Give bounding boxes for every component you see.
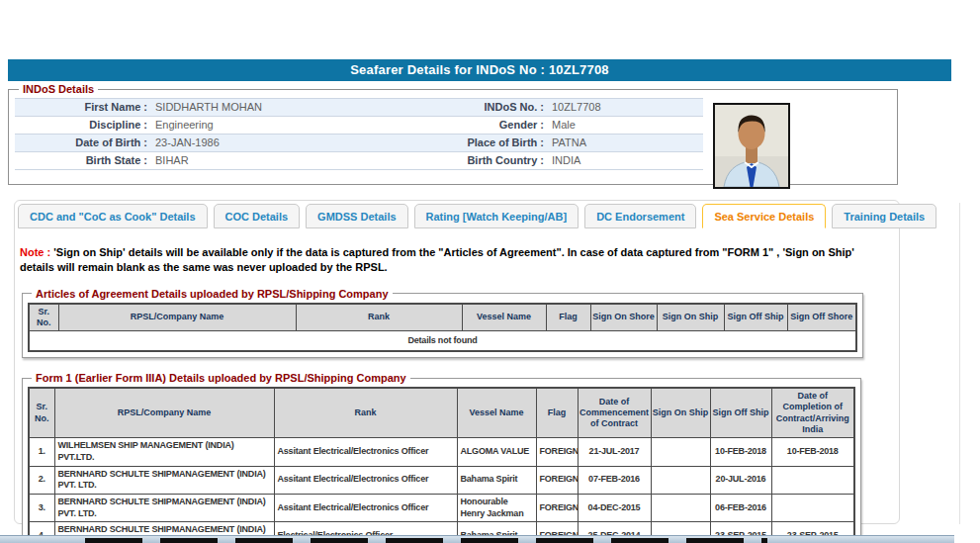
column-header: Flag <box>536 388 578 438</box>
note-prefix: Note : <box>20 246 50 258</box>
column-header: Sr. No. <box>29 304 58 331</box>
note-text: 'Sign on Ship' details will be available… <box>20 246 854 273</box>
sign-on-ship-note: Note : 'Sign on Ship' details will be av… <box>20 245 888 275</box>
dob-label: Date of Birth : <box>15 135 152 151</box>
column-header: Vessel Name <box>457 388 536 438</box>
table-cell: FOREIGN <box>536 466 578 494</box>
column-header: Vessel Name <box>462 304 546 331</box>
photo-placeholder-graphic <box>715 105 788 187</box>
table-cell <box>651 494 710 521</box>
place-of-birth-value: PATNA <box>549 135 703 151</box>
tab-sea-service-details[interactable]: Sea Service Details <box>702 204 826 228</box>
column-header: Flag <box>546 304 590 331</box>
birth-country-value: INDIA <box>549 152 703 169</box>
table-cell: 06-FEB-2016 <box>710 494 771 521</box>
indos-details-fieldset: INDoS Details First Name : SIDDHARTH MOH… <box>8 83 898 185</box>
articles-of-agreement-legend: Articles of Agreement Details uploaded b… <box>32 288 393 300</box>
table-cell: 1. <box>29 438 54 466</box>
table-cell <box>651 466 710 494</box>
page-boundary-line <box>959 203 960 524</box>
info-row-birth: Date of Birth : 23-JAN-1986 Place of Bir… <box>15 135 703 152</box>
table-cell: ALGOMA VALUE <box>457 438 536 466</box>
table-row: Details not found <box>29 331 856 352</box>
birth-state-value: BIHAR <box>152 152 430 169</box>
table-cell: 04-DEC-2015 <box>578 494 651 521</box>
form1-details-fieldset: Form 1 (Earlier Form IIIA) Details uploa… <box>22 372 861 543</box>
tab-training-details[interactable]: Training Details <box>832 204 936 228</box>
column-header: Sign Off Ship <box>710 388 771 438</box>
table-cell: 10-FEB-2018 <box>771 438 854 466</box>
first-name-value: SIDDHARTH MOHAN <box>152 99 430 116</box>
column-header: Sign Off Shore <box>787 304 856 331</box>
table-header-row: Sr. No.RPSL/Company NameRankVessel NameF… <box>29 304 856 331</box>
tab-gmdss-details[interactable]: GMDSS Details <box>306 204 407 228</box>
tab-list: CDC and "CoC as Cook" Details COC Detail… <box>15 201 899 228</box>
table-cell: Assitant Electrical/Electronics Officer <box>274 466 457 494</box>
discipline-value: Engineering <box>152 117 430 134</box>
form1-details-legend: Form 1 (Earlier Form IIIA) Details uploa… <box>32 372 410 384</box>
info-row-name: First Name : SIDDHARTH MOHAN INDoS No. :… <box>15 98 703 117</box>
birth-country-label: Birth Country : <box>430 152 549 169</box>
table-cell: 10-FEB-2018 <box>710 438 771 466</box>
articles-of-agreement-fieldset: Articles of Agreement Details uploaded b… <box>22 288 863 359</box>
place-of-birth-label: Place of Birth : <box>430 135 549 151</box>
table-row: 3.BERNHARD SCHULTE SHIPMANAGEMENT (INDIA… <box>29 494 854 521</box>
table-cell: WILHELMSEN SHIP MANAGEMENT (INDIA) PVT.L… <box>54 438 274 466</box>
tab-cdc-coc-as-cook-details[interactable]: CDC and "CoC as Cook" Details <box>18 204 208 228</box>
column-header: Sr. No. <box>29 388 54 438</box>
table-cell: BERNHARD SCHULTE SHIPMANAGEMENT (INDIA) … <box>54 466 274 494</box>
articles-of-agreement-table: Sr. No.RPSL/Company NameRankVessel NameF… <box>28 303 857 353</box>
column-header: RPSL/Company Name <box>58 304 296 331</box>
column-header: Sign Off Ship <box>724 304 787 331</box>
table-cell: 20-JUL-2016 <box>710 466 771 494</box>
table-cell: Assitant Electrical/Electronics Officer <box>274 438 457 466</box>
column-header: Rank <box>274 388 457 438</box>
table-header-row: Sr. No.RPSL/Company NameRankVessel NameF… <box>29 388 854 438</box>
table-cell: BERNHARD SCHULTE SHIPMANAGEMENT (INDIA) … <box>54 494 274 521</box>
table-cell: 07-FEB-2016 <box>578 466 651 494</box>
table-cell: Honourable Henry Jackman <box>457 494 536 521</box>
table-row: 2.BERNHARD SCHULTE SHIPMANAGEMENT (INDIA… <box>29 466 854 494</box>
table-cell: FOREIGN <box>536 494 578 521</box>
footer-strip-clipped <box>0 535 954 543</box>
dob-value: 23-JAN-1986 <box>152 135 430 151</box>
table-cell: 3. <box>29 494 54 521</box>
column-header: Date of Completion of Contract/Arriving … <box>771 388 854 438</box>
table-cell: Assitant Electrical/Electronics Officer <box>274 494 457 521</box>
tab-coc-details[interactable]: COC Details <box>214 204 301 228</box>
table-cell: 21-JUL-2017 <box>578 438 651 466</box>
gender-value: Male <box>549 117 703 134</box>
indos-details-legend: INDoS Details <box>19 83 98 95</box>
discipline-label: Discipline : <box>15 117 152 134</box>
column-header: Sign On Ship <box>657 304 724 331</box>
column-header: RPSL/Company Name <box>54 388 274 438</box>
tabs-widget: CDC and "CoC as Cook" Details COC Detail… <box>14 200 900 524</box>
first-name-label: First Name : <box>15 99 152 116</box>
footer-clipped-text-blocks <box>85 538 767 543</box>
column-header: Sign On Ship <box>651 388 710 438</box>
table-cell: Bahama Spirit <box>457 466 536 494</box>
table-cell: 2. <box>29 466 54 494</box>
details-not-found-message: Details not found <box>29 331 856 352</box>
indos-no-label: INDoS No. : <box>430 99 549 116</box>
form1-details-table: Sr. No.RPSL/Company NameRankVessel NameF… <box>28 387 855 543</box>
page-title: Seafarer Details for INDoS No : 10ZL7708 <box>8 59 951 81</box>
column-header: Rank <box>296 304 462 331</box>
table-cell <box>771 494 854 521</box>
seafarer-photo <box>713 103 790 189</box>
tab-dc-endorsement[interactable]: DC Endorsement <box>584 204 696 228</box>
table-cell <box>771 466 854 494</box>
column-header: Date of Commencement of Contract <box>578 388 651 438</box>
table-cell: FOREIGN <box>536 438 578 466</box>
table-row: 1.WILHELMSEN SHIP MANAGEMENT (INDIA) PVT… <box>29 438 854 466</box>
indos-no-value: 10ZL7708 <box>549 99 703 116</box>
tab-rating-watch-keeping-ab[interactable]: Rating [Watch Keeping/AB] <box>414 204 579 228</box>
column-header: Sign On Shore <box>590 304 657 331</box>
info-row-discipline: Discipline : Engineering Gender : Male <box>15 117 703 135</box>
table-cell <box>651 438 710 466</box>
indos-info-table: First Name : SIDDHARTH MOHAN INDoS No. :… <box>15 98 703 170</box>
birth-state-label: Birth State : <box>15 152 152 169</box>
gender-label: Gender : <box>430 117 549 134</box>
info-row-state: Birth State : BIHAR Birth Country : INDI… <box>15 152 703 170</box>
seafarer-details-page: Seafarer Details for INDoS No : 10ZL7708… <box>0 0 980 543</box>
